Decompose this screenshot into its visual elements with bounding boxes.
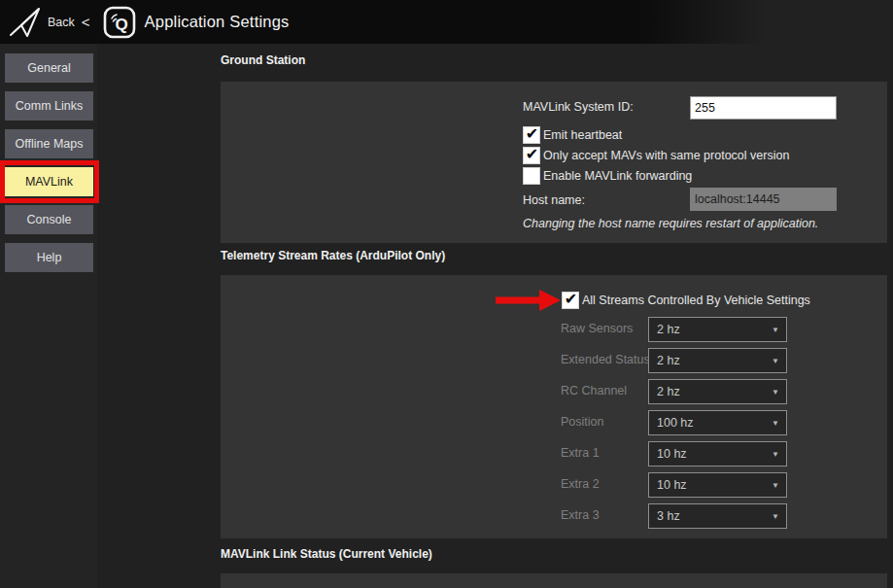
rate-dropdown-extra-3[interactable]: 3 hz [648, 503, 787, 529]
paper-plane-icon [7, 5, 44, 40]
page-title: Application Settings [145, 13, 290, 31]
rate-label-rc-channel: RC Channel [561, 384, 627, 398]
host-name-input [690, 188, 837, 211]
section-title-link-status: MAVLink Link Status (Current Vehicle) [221, 547, 432, 561]
chevron-down-icon [772, 357, 779, 365]
host-name-label: Host name: [523, 193, 585, 207]
dropdown-value: 10 hz [657, 478, 772, 492]
checkbox-emit-heartbeat[interactable] [523, 126, 540, 144]
all-streams-label: All Streams Controlled By Vehicle Settin… [582, 294, 810, 307]
link-status-panel [221, 573, 887, 588]
rate-dropdown-extended-status[interactable]: 2 hz [648, 348, 787, 373]
checkbox-only-accept-mavs-with-same-protocol-version[interactable] [523, 147, 540, 164]
system-id-label: MAVLink System ID: [523, 100, 634, 114]
settings-sidebar: GeneralComm LinksOffline MapsMAVLinkCons… [0, 44, 98, 588]
rate-dropdown-extra-2[interactable]: 10 hz [648, 472, 787, 498]
application-settings-window: { "header": { "back_label": "Back", "bac… [0, 0, 893, 588]
back-chevron-icon[interactable]: < [82, 14, 90, 30]
chevron-down-icon [772, 326, 779, 334]
qgroundcontrol-logo-icon: Q [102, 5, 137, 40]
host-name-note: Changing the host name requires restart … [523, 217, 818, 230]
chevron-down-icon [772, 419, 779, 428]
chevron-down-icon [772, 512, 779, 521]
telemetry-panel: All Streams Controlled By Vehicle Settin… [221, 275, 887, 538]
sidebar-item-mavlink[interactable]: MAVLink [5, 167, 93, 196]
dropdown-value: 100 hz [657, 416, 772, 430]
top-toolbar: Back < Q Application Settings [0, 0, 893, 44]
checkbox-enable-mavlink-forwarding[interactable] [523, 167, 540, 185]
system-id-input[interactable] [690, 96, 837, 120]
all-streams-checkbox[interactable] [562, 292, 579, 309]
dropdown-value: 2 hz [657, 323, 772, 336]
dropdown-value: 2 hz [657, 385, 772, 398]
settings-content: Ground Station MAVLink System ID: Emit h… [97, 44, 893, 588]
section-title-ground-station: Ground Station [221, 53, 305, 67]
rate-label-extra-2: Extra 2 [561, 477, 600, 491]
sidebar-item-general[interactable]: General [5, 53, 93, 83]
sidebar-item-help[interactable]: Help [5, 243, 93, 272]
sidebar-item-comm-links[interactable]: Comm Links [5, 91, 93, 121]
chevron-down-icon [772, 388, 779, 397]
back-button[interactable]: Back [48, 16, 75, 29]
rate-label-extended-status: Extended Status [561, 353, 650, 366]
dropdown-value: 2 hz [657, 354, 772, 367]
rate-dropdown-raw-sensors[interactable]: 2 hz [648, 317, 787, 342]
svg-text:Q: Q [115, 16, 127, 34]
rate-label-extra-3: Extra 3 [561, 508, 600, 522]
red-arrow-annotation [496, 290, 561, 311]
rate-dropdown-rc-channel[interactable]: 2 hz [648, 379, 787, 404]
rate-dropdown-position[interactable]: 100 hz [648, 410, 787, 435]
dropdown-value: 10 hz [657, 447, 772, 461]
checkbox-label: Enable MAVLink forwarding [543, 169, 692, 183]
section-title-telemetry: Telemetry Stream Rates (ArduPilot Only) [221, 249, 445, 262]
rate-label-extra-1: Extra 1 [561, 446, 600, 460]
sidebar-item-offline-maps[interactable]: Offline Maps [5, 129, 93, 158]
checkbox-label: Only accept MAVs with same protocol vers… [543, 149, 789, 162]
rate-label-position: Position [561, 415, 603, 429]
rate-dropdown-extra-1[interactable]: 10 hz [648, 441, 787, 467]
chevron-down-icon [772, 481, 779, 490]
ground-station-panel: MAVLink System ID: Emit heartbeatOnly ac… [221, 82, 887, 243]
rate-label-raw-sensors: Raw Sensors [561, 322, 633, 335]
chevron-down-icon [772, 450, 779, 459]
sidebar-item-console[interactable]: Console [5, 205, 93, 234]
checkbox-label: Emit heartbeat [543, 128, 622, 142]
dropdown-value: 3 hz [657, 509, 772, 523]
